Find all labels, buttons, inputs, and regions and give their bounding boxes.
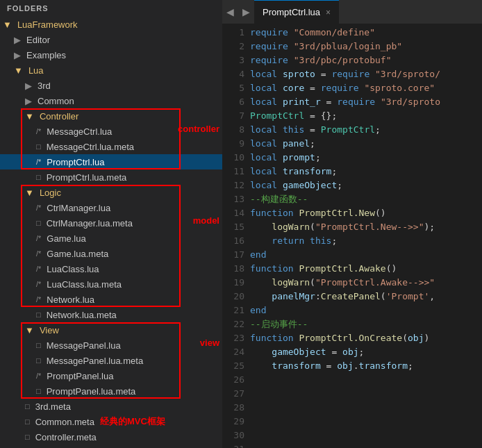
folder-icon: ▶: [25, 81, 32, 91]
tree-item-messagepanel[interactable]: □ MessagePanel.lua: [0, 338, 222, 353]
lua-file-icon: /*: [36, 158, 41, 166]
folder-icon: ▶: [14, 50, 21, 60]
tree-item-game[interactable]: /* Game.lua: [0, 231, 222, 246]
tree-label: Common: [38, 96, 74, 106]
code-area: 12345 678910 1112131415 1617181920 21222…: [222, 24, 482, 448]
lua-file-icon: /*: [36, 372, 41, 380]
tree-item-editor[interactable]: ▶ Editor: [0, 32, 222, 47]
tree-label: MessagePanel.lua.meta: [47, 356, 143, 366]
folders-header: FOLDERS: [0, 0, 222, 17]
code-line: panelMgr:CreatePanel('Prompt',: [250, 290, 482, 304]
tree-item-3rd[interactable]: ▶ 3rd: [0, 78, 222, 93]
folder-open-icon: ▼: [14, 65, 23, 76]
nav-left-button[interactable]: ◀: [222, 0, 238, 24]
nav-right-button[interactable]: ▶: [238, 0, 254, 24]
tree-item-controllermeta[interactable]: □ Controller.meta: [0, 429, 222, 445]
tree-item-game-meta[interactable]: /* Game.lua.meta: [0, 246, 222, 261]
tab-close-button[interactable]: ×: [326, 8, 331, 17]
tree-label: PromptPanel.lua: [47, 371, 113, 381]
code-line: require "Common/define": [250, 26, 482, 40]
tree-label: MessagePanel.lua: [47, 340, 121, 351]
lua-file-icon: /*: [36, 265, 41, 273]
lua-file-icon: /*: [36, 127, 41, 135]
tree-item-promptctrl[interactable]: /* PromptCtrl.lua: [0, 154, 222, 169]
tree-item-promptpanel[interactable]: /* PromptPanel.lua: [0, 368, 222, 383]
lua-file-icon: /*: [36, 295, 41, 304]
tree-label: LuaFramework: [17, 19, 78, 30]
tree-label: PromptCtrl.lua: [47, 157, 104, 167]
tree-item-promptpanel-meta[interactable]: □ PromptPanel.lua.meta: [0, 383, 222, 399]
tab-label: PromptCtrl.lua: [263, 7, 320, 17]
tree-item-ctrlmanager-meta[interactable]: □ CtrlManager.lua.meta: [0, 215, 222, 231]
tab-bar: ◀ ▶ PromptCtrl.lua ×: [222, 0, 482, 24]
folder-open-icon: ▼: [25, 325, 34, 335]
tree-item-network-meta[interactable]: □ Network.lua.meta: [0, 307, 222, 322]
tree-item-ctrlmanager[interactable]: /* CtrlManager.lua: [0, 200, 222, 215]
tree-item-logic[interactable]: ▼ Logic: [0, 185, 222, 200]
code-line: local prompt;: [250, 151, 482, 165]
tree-label: Editor: [26, 35, 50, 45]
tree-item-messagectrl[interactable]: /* MessageCtrl.lua: [0, 124, 222, 139]
tree-item-luaclass-meta[interactable]: /* LuaClass.lua.meta: [0, 276, 222, 292]
tree-item-examples[interactable]: ▶ Examples: [0, 47, 222, 63]
tree-item-controller[interactable]: ▼ Controller: [0, 108, 222, 124]
tree-item-common[interactable]: ▶ Common: [0, 93, 222, 108]
folder-open-icon: ▼: [3, 19, 12, 30]
mvc-label: 经典的MVC框架: [100, 415, 165, 428]
code-line: local panel;: [250, 137, 482, 151]
file-icon: /*: [36, 280, 41, 288]
lua-file-icon: /*: [36, 234, 41, 242]
file-icon: /*: [36, 249, 41, 258]
tree-label: Logic: [40, 188, 61, 198]
code-line: logWarn("PromptCtrl.New-->>");: [250, 220, 482, 234]
tree-label: Network.lua: [47, 294, 94, 305]
code-line: require "3rd/pblua/login_pb": [250, 40, 482, 53]
code-line: local core = require "sproto.core": [250, 81, 482, 95]
tree-item-lua[interactable]: ▼ Lua: [0, 63, 222, 78]
tree-item-luaclass[interactable]: /* LuaClass.lua: [0, 261, 222, 276]
tree-item-messagectrl-meta[interactable]: □ MessageCtrl.lua.meta: [0, 139, 222, 154]
tab-promptctrl[interactable]: PromptCtrl.lua ×: [254, 0, 339, 24]
tree-label: LuaClass.lua.meta: [47, 279, 122, 290]
tree-item-luaframework[interactable]: ▼ LuaFramework: [0, 17, 222, 32]
tree-label: PromptPanel.lua.meta: [47, 386, 136, 397]
tree-label: PromptCtrl.lua.meta: [47, 172, 127, 183]
code-line: function PromptCtrl.OnCreate(obj): [250, 331, 482, 345]
tree-label: Controller: [40, 111, 78, 122]
tree-item-promptctrl-meta[interactable]: □ PromptCtrl.lua.meta: [0, 169, 222, 185]
tree-label: MessageCtrl.lua: [47, 126, 112, 137]
tree-item-3rdmeta[interactable]: □ 3rd.meta: [0, 399, 222, 414]
file-icon: □: [25, 433, 30, 441]
code-line: transform = obj.transform;: [250, 359, 482, 373]
file-icon: □: [36, 310, 41, 319]
code-line: --启动事件--: [250, 317, 482, 331]
code-line: end: [250, 248, 482, 262]
folder-icon: ▶: [25, 96, 32, 106]
code-line: PromptCtrl = {};: [250, 109, 482, 123]
tree-label: 3rd.meta: [35, 401, 71, 412]
tree-label: View: [40, 325, 59, 335]
line-numbers: 12345 678910 1112131415 1617181920 21222…: [222, 24, 250, 448]
tree-item-view[interactable]: ▼ View: [0, 322, 222, 338]
code-line: end: [250, 304, 482, 317]
tree-label: Examples: [26, 50, 66, 60]
file-icon: □: [36, 142, 41, 151]
tree-item-network[interactable]: /* Network.lua: [0, 292, 222, 307]
file-icon: □: [36, 341, 41, 349]
code-line: local this = PromptCtrl;: [250, 123, 482, 137]
code-line: require "3rd/pbc/protobuf": [250, 53, 482, 67]
left-panel: FOLDERS ▼ LuaFramework ▶ Editor ▶ Exampl…: [0, 0, 222, 448]
tree-label: Common.meta: [35, 417, 94, 427]
tree-item-messagepanel-meta[interactable]: □ MessagePanel.lua.meta: [0, 353, 222, 368]
tree-label: 3rd: [38, 81, 51, 91]
lua-file-icon: /*: [36, 204, 41, 212]
code-content: require "Common/define" require "3rd/pbl…: [250, 24, 482, 448]
tree-item-commonmeta[interactable]: □ Common.meta 经典的MVC框架: [0, 414, 222, 429]
file-icon: □: [36, 356, 41, 365]
code-line: gameObject = obj;: [250, 345, 482, 359]
code-line: function PromptCtrl.Awake(): [250, 262, 482, 276]
code-line: logWarn("PromptCtrl.Awake-->>": [250, 276, 482, 290]
file-icon: □: [36, 387, 41, 395]
tree-label: Lua: [28, 65, 44, 76]
code-line: --构建函数--: [250, 192, 482, 206]
